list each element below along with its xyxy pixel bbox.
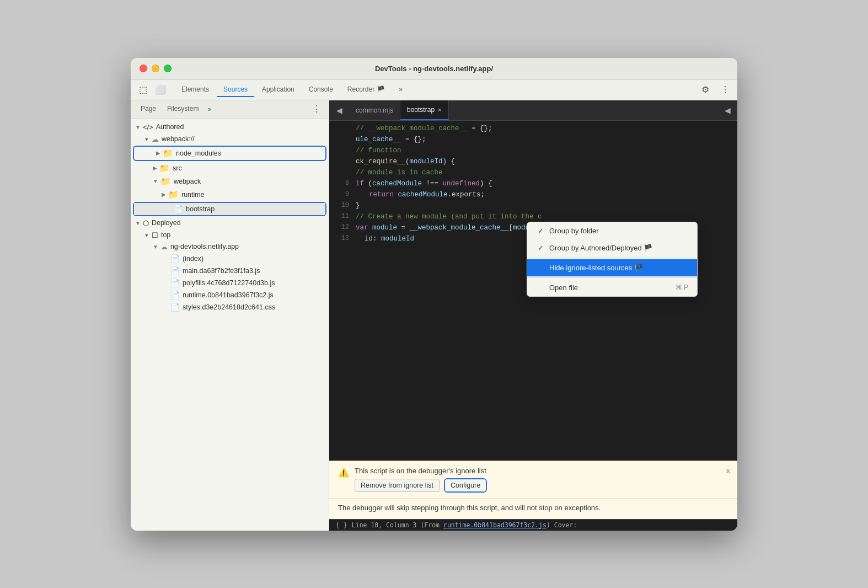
authored-label: Authored: [156, 123, 184, 131]
deployed-chevron: ▼: [135, 220, 141, 226]
fullscreen-button[interactable]: [164, 65, 172, 72]
editor-collapse-btn[interactable]: ◀: [720, 103, 735, 118]
group-folder-label: Group by folder: [549, 227, 599, 235]
sidebar-tab-page[interactable]: Page: [135, 100, 162, 118]
tab-recorder[interactable]: Recorder 🏴: [341, 83, 392, 97]
file-tree: ▼ </> Authored ▼ ☁ webpack:// ▶ 📁 node_m…: [131, 119, 329, 531]
device-icon-btn[interactable]: ⬜: [153, 82, 168, 98]
code-line-9: 9 return cachedModule.exports;: [329, 189, 737, 200]
node-modules-chevron: ▶: [156, 150, 160, 156]
src-chevron: ▶: [153, 165, 157, 171]
group-folder-check: ✓: [536, 227, 545, 235]
sidebar-options-icon[interactable]: ⋮: [309, 100, 324, 117]
node-modules-item[interactable]: ▶ 📁 node_modules: [134, 147, 325, 160]
warning-title: This script is on the debugger's ignore …: [355, 467, 487, 475]
bootstrap-item[interactable]: 📄 bootstrap: [134, 203, 325, 215]
editor-tab-bootstrap[interactable]: bootstrap ×: [400, 100, 448, 120]
main-item[interactable]: 📄 main.da63f7b2fe3f1fa3.js: [131, 265, 329, 277]
open-file-item[interactable]: Open file ⌘ P: [527, 279, 697, 296]
main-toolbar: ⬚ ⬜ Elements Sources Application Console…: [131, 80, 737, 100]
close-bootstrap-tab-icon[interactable]: ×: [438, 106, 441, 113]
titlebar: DevTools - ng-devtools.netlify.app/: [131, 58, 737, 80]
webpack-folder-chevron: ▼: [153, 178, 158, 184]
runtime-label: runtime: [181, 191, 205, 199]
close-warning-btn[interactable]: ×: [726, 467, 731, 477]
tab-elements[interactable]: Elements: [175, 83, 216, 97]
code-line-fn-def: ck_require__(moduleId) {: [329, 156, 737, 167]
ng-devtools-chevron: ▼: [153, 244, 158, 250]
ng-devtools-label: ng-devtools.netlify.app: [170, 243, 239, 250]
webpack-chevron: ▼: [144, 136, 149, 142]
editor-back-btn[interactable]: ◀: [331, 103, 347, 118]
polyfills-label: polyfills.4c768d7122740d3b.js: [183, 279, 275, 287]
group-by-authored-item[interactable]: ✓ Group by Authored/Deployed 🏴: [527, 239, 697, 256]
authored-code-icon: </>: [143, 123, 153, 131]
styles-file-icon: 📄: [170, 303, 180, 312]
webpack-folder-item[interactable]: ▼ 📁 webpack: [131, 175, 329, 188]
sidebar-tab-filesystem[interactable]: Filesystem: [162, 100, 204, 118]
runtime-item[interactable]: ▶ 📁 runtime: [131, 188, 329, 201]
code-line-11: 11 // Create a new module (and put it in…: [329, 211, 737, 222]
bootstrap-tab-label: bootstrap: [407, 106, 435, 114]
configure-btn-box: Configure: [444, 478, 487, 493]
main-tab-list: Elements Sources Application Console Rec…: [175, 83, 695, 97]
webpack-label: webpack://: [162, 135, 195, 143]
tab-application[interactable]: Application: [255, 83, 301, 97]
group-by-folder-item[interactable]: ✓ Group by folder: [527, 222, 697, 239]
tab-more[interactable]: »: [393, 83, 410, 97]
node-modules-folder-icon: 📁: [163, 148, 173, 158]
sidebar-tab-more[interactable]: »: [204, 102, 215, 116]
deployed-section[interactable]: ▼ ⬡ Deployed: [131, 217, 329, 229]
top-item[interactable]: ▼ ☐ top: [131, 229, 329, 241]
bootstrap-box: 📄 bootstrap: [133, 202, 326, 216]
sidebar: Page Filesystem » ⋮ ▼ </> Authored ▼ ☁ w: [131, 100, 329, 531]
toolbar-icons: ⬚ ⬜: [135, 82, 168, 98]
styles-item[interactable]: 📄 styles.d3e2b24618d2c641.css: [131, 301, 329, 313]
warning-icon: ⚠️: [338, 467, 349, 478]
more-icon-btn[interactable]: ⋮: [717, 82, 733, 98]
authored-section[interactable]: ▼ </> Authored: [131, 121, 329, 133]
open-file-shortcut: ⌘ P: [676, 284, 688, 291]
index-label: (index): [183, 255, 203, 263]
warning-actions: Remove from ignore list Configure: [355, 478, 487, 493]
code-line-cache2: ule_cache__ = {};: [329, 134, 737, 145]
cursor-icon-btn[interactable]: ⬚: [135, 82, 151, 98]
traffic-lights: [140, 65, 172, 72]
tab-console[interactable]: Console: [302, 83, 340, 97]
src-folder-icon: 📁: [159, 163, 170, 173]
code-line-fn-comment: // function: [329, 145, 737, 156]
runtime-link[interactable]: runtime.0b841bad3967f3c2.js: [443, 521, 546, 529]
cloud-icon: ☁: [152, 135, 159, 143]
webpack-folder-icon: 📁: [160, 177, 171, 186]
editor-tab-common[interactable]: common.mjs: [349, 100, 400, 120]
minimize-button[interactable]: [152, 65, 159, 72]
code-line-10: 10 }: [329, 200, 737, 211]
styles-label: styles.d3e2b24618d2c641.css: [183, 303, 275, 311]
editor-tab-bar: ◀ common.mjs bootstrap × ◀: [329, 100, 737, 121]
bootstrap-label: bootstrap: [186, 205, 215, 213]
deployed-label: Deployed: [152, 219, 181, 227]
toolbar-right: ⚙ ⋮: [698, 82, 733, 98]
close-button[interactable]: [140, 65, 147, 72]
code-line-8: 8 if (cachedModule !== undefined) {: [329, 178, 737, 189]
index-item[interactable]: 📄 (index): [131, 253, 329, 265]
configure-btn[interactable]: Configure: [445, 479, 486, 491]
remove-from-ignore-btn[interactable]: Remove from ignore list: [355, 479, 440, 492]
ng-devtools-item[interactable]: ▼ ☁ ng-devtools.netlify.app: [131, 241, 329, 253]
polyfills-file-icon: 📄: [170, 279, 180, 287]
settings-icon-btn[interactable]: ⚙: [698, 82, 713, 98]
warning-description: The debugger will skip stepping through …: [329, 499, 737, 518]
runtime-file-item[interactable]: 📄 runtime.0b841bad3967f3c2.js: [131, 289, 329, 301]
dropdown-divider: [527, 258, 697, 258]
src-item[interactable]: ▶ 📁 src: [131, 162, 329, 175]
polyfills-item[interactable]: 📄 polyfills.4c768d7122740d3b.js: [131, 277, 329, 289]
runtime-folder-icon: 📁: [168, 190, 179, 200]
main-file-icon: 📄: [170, 266, 180, 275]
webpack-item[interactable]: ▼ ☁ webpack://: [131, 133, 329, 145]
tab-sources[interactable]: Sources: [217, 83, 254, 97]
editor-area: ◀ common.mjs bootstrap × ◀ // __webpack_…: [329, 100, 737, 531]
webpack-folder-label: webpack: [174, 178, 201, 185]
hide-ignore-listed-item[interactable]: Hide ignore-listed sources 🏴: [527, 259, 697, 276]
pretty-print-icon[interactable]: { }: [336, 521, 347, 529]
code-line-cache-comment: // module is in cache: [329, 167, 737, 178]
